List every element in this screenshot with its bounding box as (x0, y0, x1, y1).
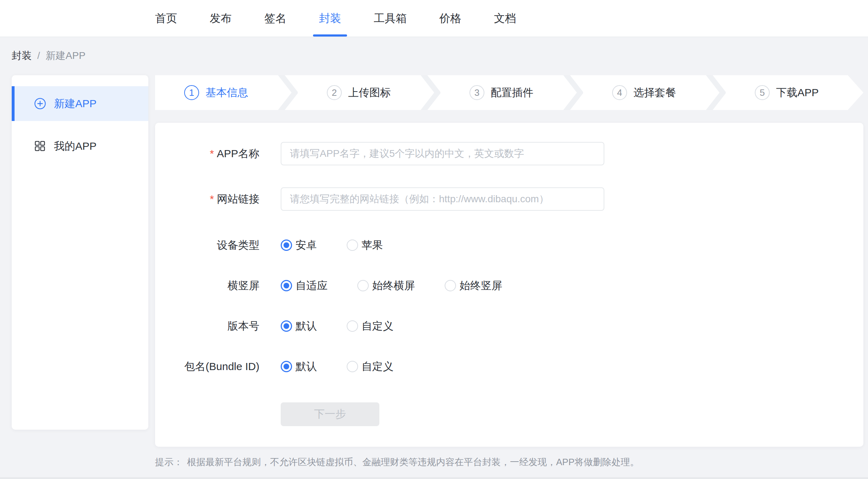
app-name-input[interactable] (281, 142, 604, 165)
platform-rule-tip: 提示： 根据最新平台规则，不允许区块链虚拟币、金融理财类等违规内容在平台封装，一… (155, 456, 863, 468)
form-row-device-type: 设备类型 安卓 苹果 (155, 239, 863, 251)
step-choose-plan: 4 选择套餐 (583, 75, 705, 110)
form-row-bundle-id: 包名(Bundle ID) 默认 自定义 (155, 360, 863, 373)
step-label: 配置插件 (491, 86, 533, 100)
nav-item-label: 工具箱 (374, 11, 407, 26)
step-number-badge: 2 (327, 85, 342, 100)
device-type-radio-group: 安卓 苹果 (281, 238, 383, 253)
step-basic-info: 1 基本信息 (155, 75, 277, 110)
nav-item-label: 文档 (494, 11, 516, 26)
steps-bar: 1 基本信息 2 上传图标 3 配置插件 (155, 75, 848, 110)
orientation-radio-group: 自适应 始终横屏 始终竖屏 (281, 279, 502, 293)
step-number-badge: 5 (755, 85, 770, 100)
step-number-badge: 3 (469, 85, 484, 100)
radio-android[interactable]: 安卓 (281, 238, 317, 253)
tip-prefix: 提示： (155, 456, 183, 468)
grid-icon (34, 140, 46, 152)
chevron-right-icon (277, 75, 298, 110)
form-row-app-name: *APP名称 (155, 142, 863, 165)
radio-always-landscape[interactable]: 始终横屏 (357, 279, 415, 293)
radio-unselected-icon (347, 320, 358, 332)
bundle-id-radio-group: 默认 自定义 (281, 359, 394, 374)
step-upload-icon: 2 上传图标 (298, 75, 420, 110)
step-number-badge: 4 (612, 85, 627, 100)
main-nav: 首页 发布 签名 封装 工具箱 价格 文档 (155, 0, 516, 37)
site-url-input[interactable] (281, 187, 604, 211)
nav-item-package[interactable]: 封装 (319, 0, 341, 37)
nav-item-publish[interactable]: 发布 (210, 0, 232, 37)
basic-info-form: *APP名称 *网站链接 设备类型 安卓 (155, 123, 863, 447)
bundle-id-label: 包名(Bundle ID) (155, 359, 259, 374)
radio-unselected-icon (445, 280, 456, 291)
nav-item-label: 价格 (439, 11, 461, 26)
radio-selected-icon (281, 280, 292, 291)
sidebar-item-label: 新建APP (54, 97, 97, 111)
step-configure-plugins: 3 配置插件 (440, 75, 562, 110)
chevron-right-icon (420, 75, 440, 110)
active-tab-underline (313, 34, 347, 37)
nav-item-label: 发布 (210, 11, 232, 26)
nav-item-label: 封装 (319, 11, 341, 26)
radio-unselected-icon (347, 240, 358, 251)
radio-auto-orientation[interactable]: 自适应 (281, 279, 328, 293)
required-asterisk: * (210, 193, 214, 205)
breadcrumb-current: 新建APP (46, 49, 86, 62)
step-label: 上传图标 (348, 86, 391, 100)
step-number-badge: 1 (184, 85, 199, 100)
step-download-app: 5 下载APP (726, 75, 848, 110)
breadcrumb-separator: / (37, 50, 40, 61)
version-label: 版本号 (155, 319, 259, 334)
nav-item-label: 签名 (264, 11, 286, 26)
nav-item-pricing[interactable]: 价格 (439, 0, 461, 37)
radio-bundle-custom[interactable]: 自定义 (347, 359, 394, 374)
radio-version-custom[interactable]: 自定义 (347, 319, 394, 334)
radio-selected-icon (281, 240, 292, 251)
app-name-label: *APP名称 (155, 147, 259, 161)
nav-item-docs[interactable]: 文档 (494, 0, 516, 37)
form-row-version: 版本号 默认 自定义 (155, 320, 863, 332)
radio-selected-icon (281, 361, 292, 372)
next-step-button[interactable]: 下一步 (281, 402, 379, 426)
version-radio-group: 默认 自定义 (281, 319, 394, 334)
tip-text: 根据最新平台规则，不允许区块链虚拟币、金融理财类等违规内容在平台封装，一经发现，… (187, 456, 639, 468)
nav-item-label: 首页 (155, 11, 177, 26)
required-asterisk: * (210, 148, 214, 159)
radio-bundle-default[interactable]: 默认 (281, 359, 317, 374)
radio-always-portrait[interactable]: 始终竖屏 (445, 279, 502, 293)
sidebar-item-label: 我的APP (54, 139, 97, 154)
top-header: 首页 发布 签名 封装 工具箱 价格 文档 (0, 0, 868, 37)
site-url-label: *网站链接 (155, 192, 259, 207)
sidebar-item-new-app[interactable]: 新建APP (12, 86, 148, 121)
form-row-site-url: *网站链接 (155, 187, 863, 211)
step-label: 基本信息 (205, 86, 248, 100)
nav-item-home[interactable]: 首页 (155, 0, 177, 37)
form-row-orientation: 横竖屏 自适应 始终横屏 始终竖屏 (155, 280, 863, 292)
radio-version-default[interactable]: 默认 (281, 319, 317, 334)
steps-wizard: 1 基本信息 2 上传图标 3 配置插件 (155, 75, 848, 110)
device-type-label: 设备类型 (155, 238, 259, 253)
radio-ios[interactable]: 苹果 (347, 238, 383, 253)
radio-unselected-icon (347, 361, 358, 372)
step-label: 选择套餐 (633, 86, 676, 100)
radio-unselected-icon (357, 280, 369, 291)
breadcrumb: 封装 / 新建APP (12, 50, 868, 62)
form-actions: 下一步 (155, 402, 863, 426)
breadcrumb-section[interactable]: 封装 (12, 49, 32, 62)
radio-selected-icon (281, 320, 292, 332)
orientation-label: 横竖屏 (155, 279, 259, 293)
step-label: 下载APP (776, 86, 819, 100)
chevron-right-icon (562, 75, 583, 110)
sidebar: 新建APP 我的APP (12, 75, 148, 430)
main-panel: 1 基本信息 2 上传图标 3 配置插件 (155, 75, 863, 468)
chevron-right-icon (705, 75, 726, 110)
nav-item-sign[interactable]: 签名 (264, 0, 286, 37)
sidebar-item-my-apps[interactable]: 我的APP (12, 129, 148, 164)
bottom-edge-divider (0, 477, 868, 479)
nav-item-toolbox[interactable]: 工具箱 (374, 0, 407, 37)
plus-circle-icon (34, 98, 46, 110)
page-body: 新建APP 我的APP 1 基本信息 (0, 75, 868, 468)
